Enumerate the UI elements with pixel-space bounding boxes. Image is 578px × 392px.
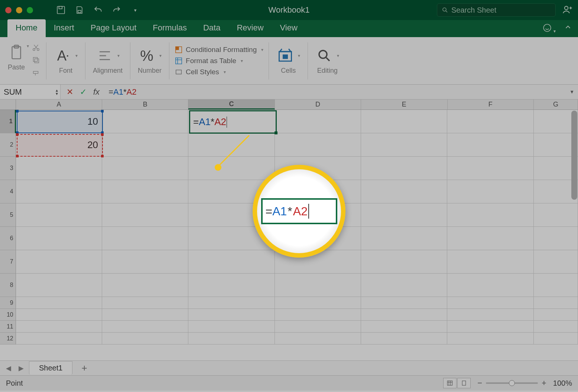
cut-icon[interactable]: [32, 43, 42, 53]
smiley-feedback-icon[interactable]: ▾: [542, 23, 556, 34]
minimize-window-button[interactable]: [16, 7, 22, 13]
view-page-layout-button[interactable]: [457, 378, 471, 388]
cell-d2[interactable]: [275, 133, 361, 157]
cell-b1[interactable]: [102, 110, 188, 133]
cell[interactable]: [102, 250, 188, 274]
row-header-5[interactable]: 5: [0, 203, 16, 227]
cell[interactable]: [361, 180, 447, 203]
cell[interactable]: [275, 274, 361, 297]
cell[interactable]: [275, 297, 361, 309]
cell[interactable]: [361, 333, 447, 344]
conditional-formatting-button[interactable]: Conditional Formatting ▾: [175, 46, 263, 54]
cell-f1[interactable]: [447, 110, 533, 133]
cell[interactable]: [16, 333, 102, 344]
cell[interactable]: [534, 309, 578, 321]
cond-fmt-dropdown-icon[interactable]: ▾: [261, 47, 263, 52]
zoom-in-button[interactable]: +: [542, 378, 546, 388]
cell[interactable]: [102, 309, 188, 321]
cell[interactable]: [16, 274, 102, 297]
cell[interactable]: [102, 321, 188, 333]
cell[interactable]: [447, 157, 533, 180]
view-normal-button[interactable]: [443, 378, 457, 388]
qat-dropdown-icon[interactable]: ▾: [130, 4, 141, 16]
tab-page-layout[interactable]: Page Layout: [82, 19, 145, 37]
cell[interactable]: [16, 297, 102, 309]
tab-formulas[interactable]: Formulas: [144, 19, 195, 37]
sheet-nav-next-icon[interactable]: ▶: [16, 364, 26, 372]
share-icon[interactable]: [562, 4, 573, 16]
col-header-g[interactable]: G: [534, 99, 578, 110]
name-box[interactable]: SUM ▲▼: [0, 85, 61, 99]
cell[interactable]: [361, 227, 447, 250]
maximize-window-button[interactable]: [27, 7, 33, 13]
search-input[interactable]: [451, 6, 551, 14]
cell[interactable]: [447, 321, 533, 333]
cell[interactable]: [447, 203, 533, 227]
cell[interactable]: [447, 274, 533, 297]
cancel-formula-button[interactable]: ✕: [66, 87, 73, 97]
vertical-scrollbar[interactable]: [571, 111, 577, 200]
col-header-d[interactable]: D: [275, 99, 361, 110]
zoom-out-button[interactable]: −: [477, 378, 482, 388]
cell[interactable]: [534, 321, 578, 333]
col-header-c[interactable]: C: [188, 99, 275, 110]
select-all-corner[interactable]: [0, 99, 16, 110]
cell[interactable]: [361, 274, 447, 297]
cell[interactable]: [534, 250, 578, 274]
close-window-button[interactable]: [5, 7, 12, 13]
cell[interactable]: [361, 250, 447, 274]
sheet-nav-prev-icon[interactable]: ◀: [4, 364, 13, 372]
cell-styles-dropdown-icon[interactable]: ▾: [224, 69, 226, 75]
cell[interactable]: [102, 203, 188, 227]
cell-b2[interactable]: [102, 133, 188, 157]
row-header-3[interactable]: 3: [0, 157, 16, 180]
name-box-spinner[interactable]: ▲▼: [55, 89, 59, 95]
editing-cell-c1[interactable]: =A1*A2: [189, 110, 277, 134]
cell[interactable]: [102, 333, 188, 344]
cell-e2[interactable]: [361, 133, 447, 157]
cell-e1[interactable]: [361, 110, 447, 133]
add-sheet-button[interactable]: +: [75, 362, 93, 374]
cell-d1[interactable]: [275, 110, 361, 133]
row-header-9[interactable]: 9: [0, 297, 16, 309]
row-header-12[interactable]: 12: [0, 333, 16, 344]
cell[interactable]: [361, 297, 447, 309]
save-icon[interactable]: [55, 4, 66, 16]
cell-styles-button[interactable]: Cell Styles ▾: [175, 68, 263, 76]
cell[interactable]: [16, 321, 102, 333]
collapse-ribbon-icon[interactable]: [564, 23, 572, 34]
cell[interactable]: [534, 227, 578, 250]
cells-dropdown-icon[interactable]: ▾: [298, 53, 300, 58]
cell[interactable]: [16, 203, 102, 227]
row-header-11[interactable]: 11: [0, 321, 16, 333]
cell[interactable]: [102, 274, 188, 297]
formula-input[interactable]: =A1*A2 ▼: [105, 87, 578, 97]
col-header-a[interactable]: A: [16, 99, 102, 110]
editing-dropdown-icon[interactable]: ▾: [337, 53, 339, 58]
col-header-f[interactable]: F: [448, 99, 534, 110]
tab-home[interactable]: Home: [7, 19, 46, 37]
percent-icon[interactable]: %: [138, 47, 156, 65]
cell[interactable]: [188, 309, 275, 321]
font-icon[interactable]: A▪: [54, 47, 72, 65]
cell[interactable]: [275, 333, 361, 344]
row-header-8[interactable]: 8: [0, 274, 16, 297]
fx-label[interactable]: fx: [93, 87, 100, 97]
cell-a2[interactable]: 20: [16, 133, 102, 157]
cell[interactable]: [102, 227, 188, 250]
cell[interactable]: [102, 157, 188, 180]
cell[interactable]: [16, 180, 102, 203]
fill-handle[interactable]: [275, 131, 277, 134]
cell[interactable]: [534, 297, 578, 309]
editing-find-icon[interactable]: [315, 47, 333, 65]
alignment-dropdown-icon[interactable]: ▾: [117, 53, 120, 58]
paste-dropdown-icon[interactable]: ▾: [27, 43, 29, 49]
search-sheet-box[interactable]: [437, 3, 556, 17]
cell[interactable]: [102, 180, 188, 203]
cell[interactable]: [16, 250, 102, 274]
cell[interactable]: [447, 297, 533, 309]
row-header-10[interactable]: 10: [0, 309, 16, 321]
cell[interactable]: [188, 274, 275, 297]
cell[interactable]: [534, 203, 578, 227]
floppy-icon[interactable]: [74, 4, 85, 16]
